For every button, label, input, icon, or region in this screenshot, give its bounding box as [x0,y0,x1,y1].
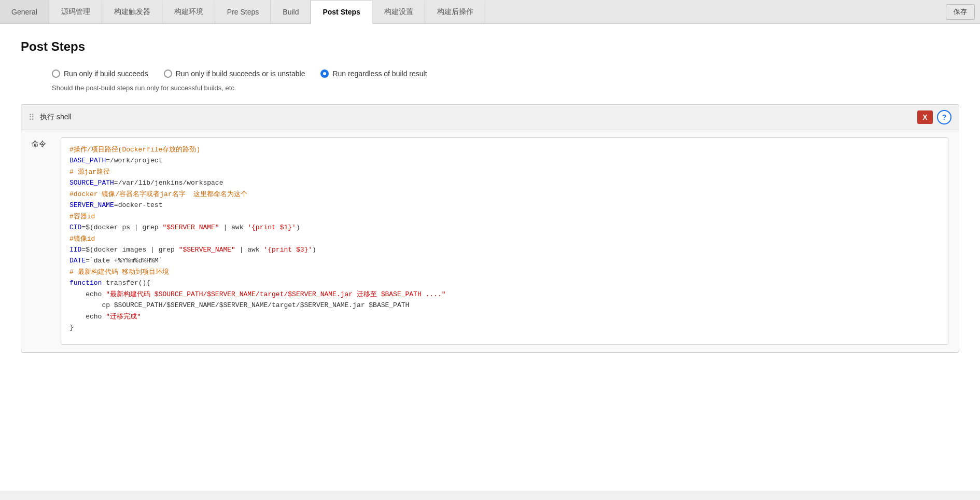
shell-title-area: ⠿ 执行 shell [29,113,72,122]
top-right-area: 保存 [946,0,980,23]
help-button[interactable]: ? [937,110,951,124]
tab-settings[interactable]: 构建设置 [372,0,425,23]
radio-always-label: Run regardless of build result [332,70,427,78]
tab-env[interactable]: 构建环境 [162,0,215,23]
command-textarea[interactable]: #操作/项目路径(Dockerfile存放的路劲) BASE_PATH=/wor… [61,137,948,345]
radio-unstable[interactable]: Run only if build succeeds or is unstabl… [164,70,305,78]
command-label: 命令 [32,137,50,345]
tab-source[interactable]: 源码管理 [49,0,102,23]
shell-header: ⠿ 执行 shell X ? [21,105,959,130]
radio-circle-unstable [164,70,172,78]
drag-handle-icon[interactable]: ⠿ [29,113,35,122]
radio-circle-success [52,70,60,78]
main-content: Post Steps Run only if build succeeds Ru… [0,24,980,491]
shell-title: 执行 shell [40,113,72,122]
save-button[interactable]: 保存 [946,4,975,20]
page-title: Post Steps [21,39,959,54]
shell-block: ⠿ 执行 shell X ? 命令 #操作/项目路径(Dockerfile存放的… [21,104,959,353]
close-button[interactable]: X [917,110,933,124]
radio-always[interactable]: Run regardless of build result [320,70,427,78]
radio-group: Run only if build succeeds Run only if b… [52,70,959,78]
tab-post[interactable]: Post Steps [311,0,372,24]
tab-pre[interactable]: Pre Steps [215,0,271,23]
shell-actions: X ? [917,110,951,124]
tab-bar: General 源码管理 构建触发器 构建环境 Pre Steps Build … [0,0,980,24]
shell-body: 命令 #操作/项目路径(Dockerfile存放的路劲) BASE_PATH=/… [21,130,959,352]
tab-build[interactable]: Build [271,0,311,23]
radio-success-label: Run only if build succeeds [64,70,148,78]
radio-success[interactable]: Run only if build succeeds [52,70,148,78]
radio-hint: Should the post-build steps run only for… [52,84,959,92]
tab-after[interactable]: 构建后操作 [425,0,485,23]
radio-circle-always [320,70,329,78]
tab-general[interactable]: General [0,0,49,23]
radio-unstable-label: Run only if build succeeds or is unstabl… [176,70,305,78]
tab-triggers[interactable]: 构建触发器 [102,0,162,23]
